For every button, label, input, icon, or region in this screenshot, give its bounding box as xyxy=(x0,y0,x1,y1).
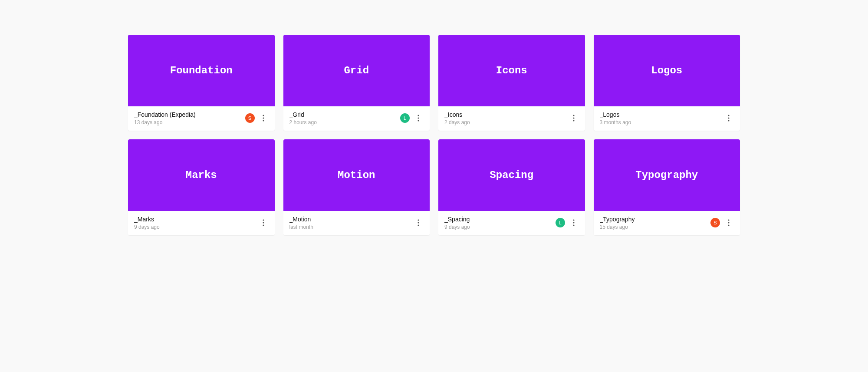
svg-point-0 xyxy=(263,115,264,116)
file-name: _Foundation (Expedia) xyxy=(134,111,242,119)
svg-point-8 xyxy=(573,120,574,121)
svg-point-18 xyxy=(573,220,574,221)
more-options-button[interactable] xyxy=(413,113,424,123)
svg-point-12 xyxy=(263,220,264,221)
svg-point-5 xyxy=(418,120,419,121)
thumbnail-label: Icons xyxy=(496,65,527,76)
file-name: _Marks xyxy=(134,215,255,223)
file-card[interactable]: Marks_Marks9 days ago xyxy=(128,139,275,235)
file-name: _Icons xyxy=(444,111,565,119)
svg-point-19 xyxy=(573,222,574,224)
more-options-button[interactable] xyxy=(569,217,579,228)
more-options-button[interactable] xyxy=(723,113,734,123)
file-card[interactable]: Typography_Typography15 days agoS xyxy=(594,139,740,235)
file-meta-text: _Marks9 days ago xyxy=(134,215,255,230)
file-thumbnail: Marks xyxy=(128,139,275,211)
file-thumbnail: Grid xyxy=(283,35,430,106)
thumbnail-label: Spacing xyxy=(490,169,533,181)
file-meta-text: _Grid2 hours ago xyxy=(289,111,397,125)
more-options-button[interactable] xyxy=(258,113,269,123)
file-card[interactable]: Spacing_Spacing9 days agoL xyxy=(438,139,585,235)
file-meta-text: _Typography15 days ago xyxy=(600,215,707,230)
more-options-button[interactable] xyxy=(258,217,269,228)
svg-point-10 xyxy=(728,117,729,119)
more-vertical-icon xyxy=(573,219,575,226)
file-timestamp: last month xyxy=(289,224,410,230)
file-name: _Spacing xyxy=(444,215,552,223)
file-timestamp: 2 hours ago xyxy=(289,119,397,125)
svg-point-7 xyxy=(573,117,574,119)
svg-point-16 xyxy=(418,222,419,224)
more-options-button[interactable] xyxy=(569,113,579,123)
file-meta-row: _Typography15 days agoS xyxy=(594,211,740,235)
file-meta-text: _Logos3 months ago xyxy=(600,111,720,125)
thumbnail-label: Motion xyxy=(338,169,375,181)
thumbnail-label: Marks xyxy=(186,169,217,181)
file-name: _Motion xyxy=(289,215,410,223)
svg-point-14 xyxy=(263,225,264,226)
file-thumbnail: Foundation xyxy=(128,35,275,106)
more-vertical-icon xyxy=(418,115,419,122)
file-card[interactable]: Logos_Logos3 months ago xyxy=(594,35,740,131)
svg-point-22 xyxy=(728,222,729,224)
thumbnail-label: Logos xyxy=(651,65,682,76)
file-meta-text: _Foundation (Expedia)13 days ago xyxy=(134,111,242,125)
avatar: L xyxy=(400,113,410,123)
avatar: S xyxy=(245,113,255,123)
file-meta-row: _Foundation (Expedia)13 days agoS xyxy=(128,106,275,131)
file-meta-row: _Grid2 hours agoL xyxy=(283,106,430,131)
file-meta-text: _Motionlast month xyxy=(289,215,410,230)
file-timestamp: 2 days ago xyxy=(444,119,565,125)
avatar: S xyxy=(710,218,720,227)
file-card[interactable]: Icons_Icons2 days ago xyxy=(438,35,585,131)
file-name: _Logos xyxy=(600,111,720,119)
svg-point-17 xyxy=(418,225,419,226)
more-vertical-icon xyxy=(418,219,419,226)
more-options-button[interactable] xyxy=(723,217,734,228)
more-vertical-icon xyxy=(573,115,575,122)
avatar: L xyxy=(556,218,565,227)
file-thumbnail: Logos xyxy=(594,35,740,106)
file-meta-row: _Logos3 months ago xyxy=(594,106,740,131)
file-thumbnail: Motion xyxy=(283,139,430,211)
thumbnail-label: Grid xyxy=(344,65,369,76)
file-thumbnail: Icons xyxy=(438,35,585,106)
file-meta-row: _Motionlast month xyxy=(283,211,430,235)
file-thumbnail: Spacing xyxy=(438,139,585,211)
file-timestamp: 13 days ago xyxy=(134,119,242,125)
more-vertical-icon xyxy=(728,219,730,226)
file-name: _Typography xyxy=(600,215,707,223)
thumbnail-label: Foundation xyxy=(170,65,233,76)
svg-point-15 xyxy=(418,220,419,221)
file-name: _Grid xyxy=(289,111,397,119)
file-card[interactable]: Foundation_Foundation (Expedia)13 days a… xyxy=(128,35,275,131)
file-meta-text: _Icons2 days ago xyxy=(444,111,565,125)
file-meta-text: _Spacing9 days ago xyxy=(444,215,552,230)
file-timestamp: 9 days ago xyxy=(444,224,552,230)
svg-point-21 xyxy=(728,220,729,221)
more-vertical-icon xyxy=(263,115,264,122)
file-timestamp: 15 days ago xyxy=(600,224,707,230)
file-thumbnail: Typography xyxy=(594,139,740,211)
svg-point-3 xyxy=(418,115,419,116)
file-meta-row: _Icons2 days ago xyxy=(438,106,585,131)
svg-point-23 xyxy=(728,225,729,226)
file-card[interactable]: Grid_Grid2 hours agoL xyxy=(283,35,430,131)
file-meta-row: _Spacing9 days agoL xyxy=(438,211,585,235)
more-options-button[interactable] xyxy=(413,217,424,228)
more-vertical-icon xyxy=(728,115,730,122)
file-meta-row: _Marks9 days ago xyxy=(128,211,275,235)
file-timestamp: 9 days ago xyxy=(134,224,255,230)
svg-point-11 xyxy=(728,120,729,121)
svg-point-2 xyxy=(263,120,264,121)
svg-point-9 xyxy=(728,115,729,116)
svg-point-13 xyxy=(263,222,264,224)
svg-point-4 xyxy=(418,117,419,119)
svg-point-6 xyxy=(573,115,574,116)
svg-point-1 xyxy=(263,117,264,119)
file-grid: Foundation_Foundation (Expedia)13 days a… xyxy=(128,35,740,235)
file-card[interactable]: Motion_Motionlast month xyxy=(283,139,430,235)
svg-point-20 xyxy=(573,225,574,226)
thumbnail-label: Typography xyxy=(635,169,698,181)
file-timestamp: 3 months ago xyxy=(600,119,720,125)
